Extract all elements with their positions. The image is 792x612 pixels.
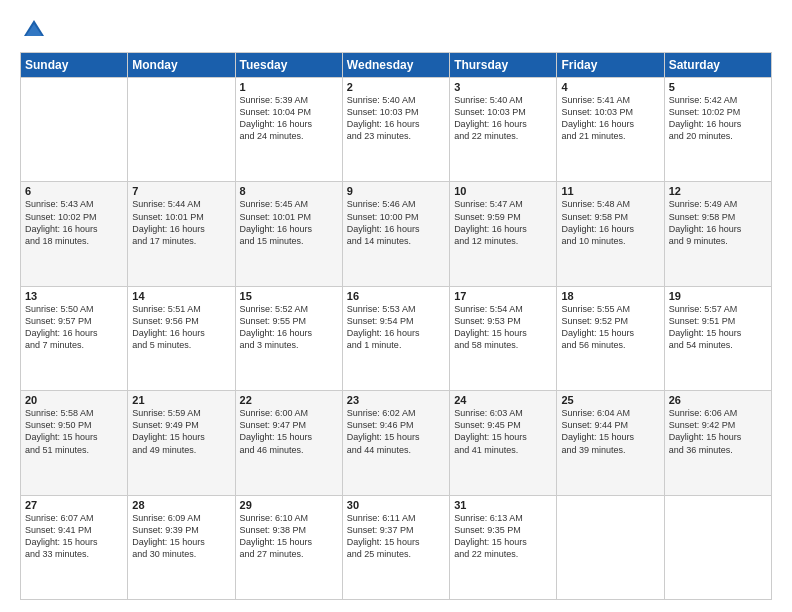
cell-info: Sunrise: 5:49 AM Sunset: 9:58 PM Dayligh… [669, 198, 767, 247]
calendar-cell: 6Sunrise: 5:43 AM Sunset: 10:02 PM Dayli… [21, 182, 128, 286]
calendar-cell: 28Sunrise: 6:09 AM Sunset: 9:39 PM Dayli… [128, 495, 235, 599]
cell-info: Sunrise: 5:39 AM Sunset: 10:04 PM Daylig… [240, 94, 338, 143]
calendar-cell: 23Sunrise: 6:02 AM Sunset: 9:46 PM Dayli… [342, 391, 449, 495]
cell-info: Sunrise: 5:40 AM Sunset: 10:03 PM Daylig… [454, 94, 552, 143]
cell-info: Sunrise: 6:09 AM Sunset: 9:39 PM Dayligh… [132, 512, 230, 561]
calendar-cell: 7Sunrise: 5:44 AM Sunset: 10:01 PM Dayli… [128, 182, 235, 286]
day-number: 28 [132, 499, 230, 511]
calendar-cell: 18Sunrise: 5:55 AM Sunset: 9:52 PM Dayli… [557, 286, 664, 390]
weekday-header-sunday: Sunday [21, 53, 128, 78]
page: SundayMondayTuesdayWednesdayThursdayFrid… [0, 0, 792, 612]
cell-info: Sunrise: 5:59 AM Sunset: 9:49 PM Dayligh… [132, 407, 230, 456]
day-number: 3 [454, 81, 552, 93]
header [20, 16, 772, 44]
calendar-cell: 20Sunrise: 5:58 AM Sunset: 9:50 PM Dayli… [21, 391, 128, 495]
calendar-cell [664, 495, 771, 599]
calendar-week-2: 6Sunrise: 5:43 AM Sunset: 10:02 PM Dayli… [21, 182, 772, 286]
cell-info: Sunrise: 5:46 AM Sunset: 10:00 PM Daylig… [347, 198, 445, 247]
cell-info: Sunrise: 6:10 AM Sunset: 9:38 PM Dayligh… [240, 512, 338, 561]
calendar-cell: 10Sunrise: 5:47 AM Sunset: 9:59 PM Dayli… [450, 182, 557, 286]
day-number: 20 [25, 394, 123, 406]
weekday-header-saturday: Saturday [664, 53, 771, 78]
calendar-cell: 1Sunrise: 5:39 AM Sunset: 10:04 PM Dayli… [235, 78, 342, 182]
day-number: 5 [669, 81, 767, 93]
calendar-body: 1Sunrise: 5:39 AM Sunset: 10:04 PM Dayli… [21, 78, 772, 600]
cell-info: Sunrise: 5:45 AM Sunset: 10:01 PM Daylig… [240, 198, 338, 247]
cell-info: Sunrise: 5:58 AM Sunset: 9:50 PM Dayligh… [25, 407, 123, 456]
calendar-cell: 2Sunrise: 5:40 AM Sunset: 10:03 PM Dayli… [342, 78, 449, 182]
day-number: 27 [25, 499, 123, 511]
day-number: 4 [561, 81, 659, 93]
day-number: 22 [240, 394, 338, 406]
calendar-cell: 21Sunrise: 5:59 AM Sunset: 9:49 PM Dayli… [128, 391, 235, 495]
calendar-cell: 16Sunrise: 5:53 AM Sunset: 9:54 PM Dayli… [342, 286, 449, 390]
day-number: 24 [454, 394, 552, 406]
day-number: 25 [561, 394, 659, 406]
cell-info: Sunrise: 6:04 AM Sunset: 9:44 PM Dayligh… [561, 407, 659, 456]
calendar-cell: 14Sunrise: 5:51 AM Sunset: 9:56 PM Dayli… [128, 286, 235, 390]
cell-info: Sunrise: 5:53 AM Sunset: 9:54 PM Dayligh… [347, 303, 445, 352]
cell-info: Sunrise: 5:52 AM Sunset: 9:55 PM Dayligh… [240, 303, 338, 352]
day-number: 18 [561, 290, 659, 302]
calendar-table: SundayMondayTuesdayWednesdayThursdayFrid… [20, 52, 772, 600]
cell-info: Sunrise: 5:57 AM Sunset: 9:51 PM Dayligh… [669, 303, 767, 352]
calendar-cell: 4Sunrise: 5:41 AM Sunset: 10:03 PM Dayli… [557, 78, 664, 182]
calendar-cell: 12Sunrise: 5:49 AM Sunset: 9:58 PM Dayli… [664, 182, 771, 286]
cell-info: Sunrise: 5:55 AM Sunset: 9:52 PM Dayligh… [561, 303, 659, 352]
cell-info: Sunrise: 5:54 AM Sunset: 9:53 PM Dayligh… [454, 303, 552, 352]
cell-info: Sunrise: 5:48 AM Sunset: 9:58 PM Dayligh… [561, 198, 659, 247]
logo [20, 16, 52, 44]
calendar-cell: 27Sunrise: 6:07 AM Sunset: 9:41 PM Dayli… [21, 495, 128, 599]
calendar-week-4: 20Sunrise: 5:58 AM Sunset: 9:50 PM Dayli… [21, 391, 772, 495]
calendar-cell: 3Sunrise: 5:40 AM Sunset: 10:03 PM Dayli… [450, 78, 557, 182]
cell-info: Sunrise: 5:43 AM Sunset: 10:02 PM Daylig… [25, 198, 123, 247]
cell-info: Sunrise: 5:51 AM Sunset: 9:56 PM Dayligh… [132, 303, 230, 352]
cell-info: Sunrise: 5:47 AM Sunset: 9:59 PM Dayligh… [454, 198, 552, 247]
calendar-cell: 13Sunrise: 5:50 AM Sunset: 9:57 PM Dayli… [21, 286, 128, 390]
weekday-header-thursday: Thursday [450, 53, 557, 78]
cell-info: Sunrise: 6:03 AM Sunset: 9:45 PM Dayligh… [454, 407, 552, 456]
day-number: 16 [347, 290, 445, 302]
cell-info: Sunrise: 5:44 AM Sunset: 10:01 PM Daylig… [132, 198, 230, 247]
cell-info: Sunrise: 6:11 AM Sunset: 9:37 PM Dayligh… [347, 512, 445, 561]
logo-icon [20, 16, 48, 44]
cell-info: Sunrise: 5:40 AM Sunset: 10:03 PM Daylig… [347, 94, 445, 143]
weekday-header-row: SundayMondayTuesdayWednesdayThursdayFrid… [21, 53, 772, 78]
day-number: 30 [347, 499, 445, 511]
day-number: 17 [454, 290, 552, 302]
calendar-cell: 19Sunrise: 5:57 AM Sunset: 9:51 PM Dayli… [664, 286, 771, 390]
day-number: 26 [669, 394, 767, 406]
cell-info: Sunrise: 6:02 AM Sunset: 9:46 PM Dayligh… [347, 407, 445, 456]
calendar-cell: 5Sunrise: 5:42 AM Sunset: 10:02 PM Dayli… [664, 78, 771, 182]
day-number: 21 [132, 394, 230, 406]
calendar-cell: 30Sunrise: 6:11 AM Sunset: 9:37 PM Dayli… [342, 495, 449, 599]
calendar-cell: 26Sunrise: 6:06 AM Sunset: 9:42 PM Dayli… [664, 391, 771, 495]
day-number: 31 [454, 499, 552, 511]
day-number: 9 [347, 185, 445, 197]
weekday-header-wednesday: Wednesday [342, 53, 449, 78]
weekday-header-friday: Friday [557, 53, 664, 78]
weekday-header-tuesday: Tuesday [235, 53, 342, 78]
calendar-cell: 17Sunrise: 5:54 AM Sunset: 9:53 PM Dayli… [450, 286, 557, 390]
day-number: 7 [132, 185, 230, 197]
day-number: 10 [454, 185, 552, 197]
day-number: 15 [240, 290, 338, 302]
cell-info: Sunrise: 6:07 AM Sunset: 9:41 PM Dayligh… [25, 512, 123, 561]
cell-info: Sunrise: 6:13 AM Sunset: 9:35 PM Dayligh… [454, 512, 552, 561]
calendar-cell: 9Sunrise: 5:46 AM Sunset: 10:00 PM Dayli… [342, 182, 449, 286]
calendar-cell: 11Sunrise: 5:48 AM Sunset: 9:58 PM Dayli… [557, 182, 664, 286]
calendar-cell: 31Sunrise: 6:13 AM Sunset: 9:35 PM Dayli… [450, 495, 557, 599]
calendar-cell: 25Sunrise: 6:04 AM Sunset: 9:44 PM Dayli… [557, 391, 664, 495]
calendar-week-3: 13Sunrise: 5:50 AM Sunset: 9:57 PM Dayli… [21, 286, 772, 390]
calendar-cell [557, 495, 664, 599]
day-number: 12 [669, 185, 767, 197]
calendar-week-5: 27Sunrise: 6:07 AM Sunset: 9:41 PM Dayli… [21, 495, 772, 599]
calendar-cell [128, 78, 235, 182]
day-number: 23 [347, 394, 445, 406]
calendar-cell: 15Sunrise: 5:52 AM Sunset: 9:55 PM Dayli… [235, 286, 342, 390]
day-number: 8 [240, 185, 338, 197]
day-number: 1 [240, 81, 338, 93]
day-number: 6 [25, 185, 123, 197]
calendar-header: SundayMondayTuesdayWednesdayThursdayFrid… [21, 53, 772, 78]
cell-info: Sunrise: 6:06 AM Sunset: 9:42 PM Dayligh… [669, 407, 767, 456]
